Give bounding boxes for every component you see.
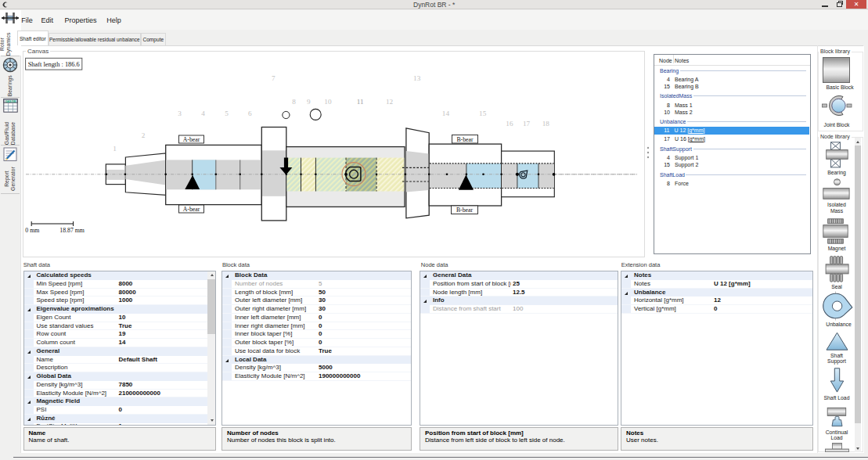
svg-text:4: 4 [201, 110, 205, 117]
svg-text:B-bear: B-bear [456, 136, 474, 143]
svg-text:Shaft length : 186.6: Shaft length : 186.6 [28, 61, 80, 68]
svg-text:12: 12 [386, 98, 394, 106]
svg-text:17: 17 [523, 120, 531, 128]
svg-text:7: 7 [272, 74, 276, 82]
svg-text:A-bear: A-bear [183, 136, 200, 143]
svg-text:GAS DB: GAS DB [5, 100, 16, 103]
svg-text:14: 14 [442, 110, 450, 117]
svg-text:10: 10 [324, 98, 332, 106]
svg-text:2: 2 [142, 131, 146, 139]
svg-text:6: 6 [248, 110, 252, 117]
svg-text:8: 8 [292, 98, 296, 106]
svg-text:A-bear: A-bear [183, 206, 200, 213]
svg-text:5: 5 [225, 110, 229, 117]
svg-text:13: 13 [413, 74, 421, 82]
svg-text:3: 3 [178, 110, 182, 117]
svg-text:0 mm: 0 mm [25, 227, 39, 234]
svg-text:18.87 mm: 18.87 mm [59, 227, 85, 234]
svg-text:9: 9 [307, 98, 311, 106]
svg-text:B-bear: B-bear [456, 207, 474, 214]
svg-text:18: 18 [542, 120, 550, 128]
svg-text:1: 1 [113, 145, 117, 153]
svg-text:16: 16 [506, 120, 513, 128]
svg-text:11: 11 [357, 98, 364, 106]
svg-text:15: 15 [479, 110, 487, 117]
